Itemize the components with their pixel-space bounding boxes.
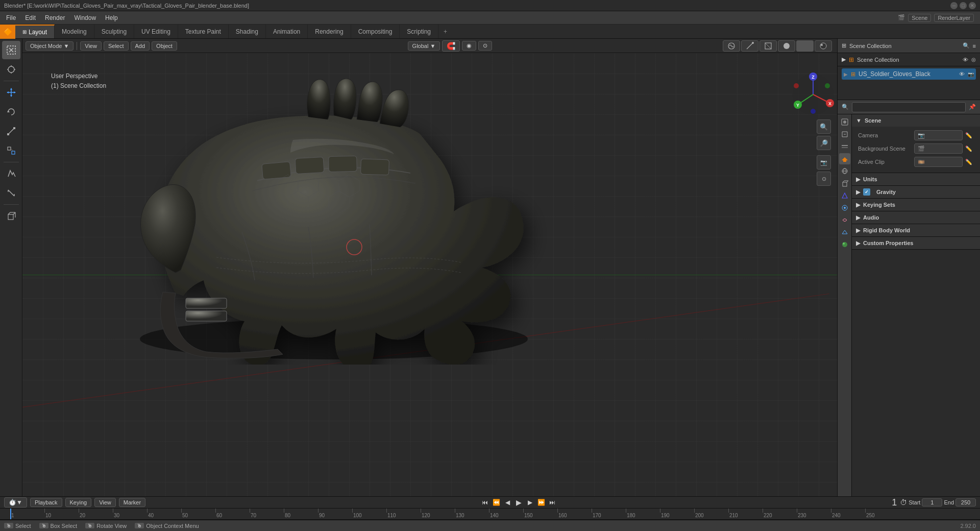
step-forward-btn[interactable]: ▶ [525, 497, 535, 508]
object-menu[interactable]: Object [152, 41, 177, 51]
add-menu[interactable]: Add [131, 41, 150, 51]
material-preview-btn[interactable] [796, 40, 814, 52]
snap-button[interactable]: 🧲 [442, 40, 460, 52]
prop-tab-view-layer[interactable] [839, 141, 850, 152]
jump-to-end-btn[interactable]: ⏭ [547, 497, 557, 508]
tab-rendering[interactable]: Rendering [308, 25, 351, 38]
tab-scripting[interactable]: Scripting [400, 25, 438, 38]
play-btn[interactable]: ▶ [513, 497, 524, 508]
prop-tab-physics[interactable] [839, 202, 850, 213]
viewport-shading-dropdown[interactable]: Global ▼ [408, 41, 440, 51]
minimize-button[interactable]: ─ [950, 2, 958, 9]
cursor-tool-button[interactable] [2, 60, 20, 79]
prop-tab-constraints[interactable] [839, 214, 850, 226]
render-engine-name[interactable]: Scene [908, 14, 931, 22]
section-audio-header[interactable]: ▶ Audio [852, 211, 980, 224]
collection-select-icon[interactable]: ◎ [971, 57, 976, 62]
menu-edit[interactable]: Edit [21, 13, 40, 22]
viewport-overlay-btn[interactable] [723, 40, 740, 52]
tab-texture-paint[interactable]: Texture Paint [178, 25, 229, 38]
prop-tab-render[interactable] [839, 116, 850, 128]
close-button[interactable]: ✕ [969, 2, 976, 9]
item-visibility-icon[interactable]: 👁 [959, 71, 965, 77]
playback-menu[interactable]: Playback [30, 498, 62, 507]
tab-layout[interactable]: ⊞ Layout [15, 25, 55, 38]
marker-menu[interactable]: Marker [119, 498, 145, 507]
prop-tab-object-data[interactable] [839, 227, 850, 238]
end-frame-input[interactable]: 250 [955, 498, 976, 506]
render-layer-name[interactable]: RenderLayer [934, 14, 974, 22]
tab-uv-editing[interactable]: UV Editing [134, 25, 178, 38]
keying-menu[interactable]: Keying [65, 498, 92, 507]
outliner-item-gloves[interactable]: ▶ ⊞ US_Soldier_Gloves_Black 👁 📷 [842, 68, 976, 80]
tab-sculpting[interactable]: Sculpting [94, 25, 134, 38]
rotate-tool-button[interactable] [2, 103, 20, 121]
annotate-tool-button[interactable] [2, 164, 20, 183]
solid-shading-btn[interactable] [778, 40, 795, 52]
zoom-in-button[interactable]: 🔍 [817, 119, 831, 134]
prop-active-clip-value[interactable]: 🎞️ [914, 157, 963, 167]
transform-tool-button[interactable] [2, 141, 20, 160]
timeline-ruler[interactable]: 1 10 20 30 40 50 60 70 80 90 100 110 120… [0, 509, 980, 520]
rendered-shading-btn[interactable] [815, 40, 832, 52]
scale-tool-button[interactable] [2, 122, 20, 140]
section-rigid-body-header[interactable]: ▶ Rigid Body World [852, 224, 980, 236]
outliner-filter-icon[interactable]: 🔍 [963, 42, 970, 49]
section-keying-sets-header[interactable]: ▶ Keying Sets [852, 199, 980, 211]
tab-compositing[interactable]: Compositing [351, 25, 400, 38]
view-menu-timeline[interactable]: View [94, 498, 116, 507]
viewport[interactable]: Object Mode ▼ View Select Add Object Glo… [22, 39, 837, 496]
prop-tab-output[interactable] [839, 129, 850, 140]
outliner-options-icon[interactable]: ≡ [973, 43, 976, 49]
prop-tab-scene[interactable] [839, 153, 850, 164]
view-menu[interactable]: View [80, 41, 102, 51]
section-gravity-header[interactable]: ▶ ✓ Gravity [852, 186, 980, 198]
menu-help[interactable]: Help [101, 13, 122, 22]
add-cube-button[interactable] [2, 207, 20, 225]
maximize-button[interactable]: □ [960, 2, 967, 9]
select-tool-button[interactable] [2, 41, 20, 59]
measure-tool-button[interactable] [2, 184, 20, 202]
camera-view-button[interactable]: 📷 [817, 155, 831, 170]
properties-search-input[interactable] [852, 102, 966, 112]
section-gravity-checkbox[interactable]: ✓ [863, 188, 870, 196]
prop-camera-value[interactable]: 📷 [914, 130, 963, 140]
viewport-canvas[interactable]: User Perspective (1) Scene Collection [22, 53, 837, 496]
prop-background-scene-value[interactable]: 🎬 [914, 143, 963, 154]
prop-bg-scene-edit-icon[interactable]: ✏️ [964, 143, 974, 154]
object-mode-dropdown[interactable]: Object Mode ▼ [26, 41, 74, 51]
prop-tab-material[interactable] [839, 239, 850, 250]
jump-forward-btn[interactable]: ⏩ [536, 497, 546, 508]
prop-tab-object[interactable] [839, 178, 850, 189]
section-custom-props-header[interactable]: ▶ Custom Properties [852, 237, 980, 249]
prop-clip-edit-icon[interactable]: ✏️ [964, 157, 974, 167]
proportional-edit-button[interactable]: ◉ [462, 41, 476, 51]
wireframe-btn[interactable] [760, 40, 777, 52]
start-frame-input[interactable]: 1 [922, 498, 942, 506]
jump-back-btn[interactable]: ⏪ [491, 497, 501, 508]
section-units-header[interactable]: ▶ Units [852, 173, 980, 185]
jump-to-start-btn[interactable]: ⏮ [480, 497, 490, 508]
transform-pivot-button[interactable]: ⊙ [478, 41, 492, 51]
collection-eye-icon[interactable]: 👁 [963, 57, 968, 63]
gizmo-btn[interactable] [741, 40, 758, 52]
properties-pin-icon[interactable]: 📌 [969, 104, 976, 110]
move-tool-button[interactable] [2, 83, 20, 102]
navigation-gizmo[interactable]: Z X Y [790, 71, 831, 112]
menu-file[interactable]: File [2, 13, 20, 22]
tab-shading[interactable]: Shading [229, 25, 266, 38]
prop-tab-world[interactable] [839, 165, 850, 177]
step-back-btn[interactable]: ◀ [502, 497, 512, 508]
item-render-icon[interactable]: 📷 [968, 71, 974, 77]
timeline-editor-type-btn[interactable]: ⏱️▼ [4, 497, 27, 508]
menu-render[interactable]: Render [41, 13, 69, 22]
select-menu[interactable]: Select [104, 41, 129, 51]
prop-camera-edit-icon[interactable]: ✏️ [964, 130, 974, 140]
prop-tab-modifier[interactable] [839, 190, 850, 201]
tab-modeling[interactable]: Modeling [55, 25, 94, 38]
focus-button[interactable]: ⊙ [817, 172, 831, 186]
section-scene-header[interactable]: ▼ Scene [852, 114, 980, 127]
zoom-out-button[interactable]: 🔎 [817, 136, 831, 150]
tab-animation[interactable]: Animation [266, 25, 308, 38]
workspace-tab-add[interactable]: + [438, 25, 452, 38]
